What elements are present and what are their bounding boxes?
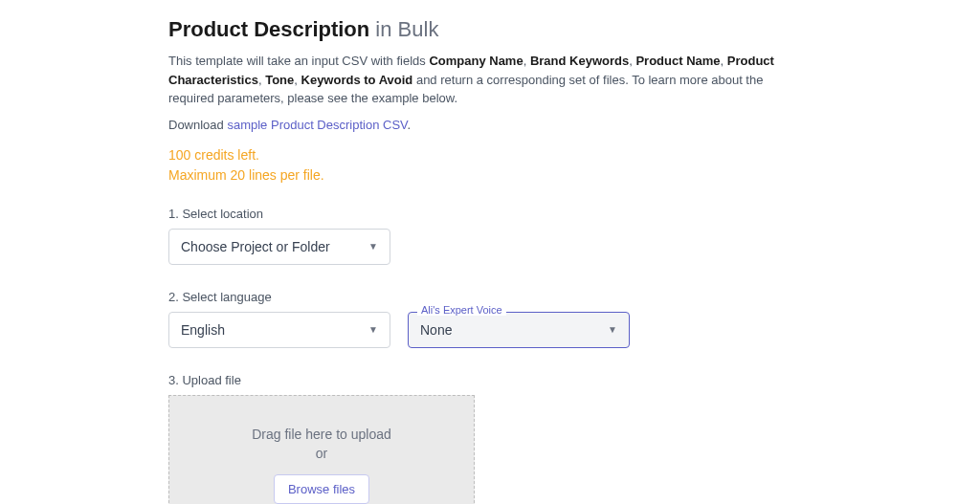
or-text: or <box>316 446 327 461</box>
max-lines: Maximum 20 lines per file. <box>168 165 813 186</box>
voice-floating-label: Ali's Expert Voice <box>417 304 506 316</box>
drag-text: Drag file here to upload <box>252 427 391 442</box>
location-select[interactable]: Choose Project or Folder ▼ <box>168 229 390 265</box>
chevron-down-icon: ▼ <box>368 241 378 252</box>
language-select-value: English <box>181 322 225 338</box>
title-suffix: in Bulk <box>369 17 438 41</box>
chevron-down-icon: ▼ <box>608 324 617 335</box>
credits-left: 100 credits left. <box>168 145 813 165</box>
page-title: Product Description in Bulk <box>168 17 813 42</box>
step-upload-label: 3. Upload file <box>168 373 813 387</box>
step-language-label: 2. Select language <box>168 290 813 304</box>
location-select-value: Choose Project or Folder <box>181 239 330 254</box>
template-description: This template will take an input CSV wit… <box>168 52 810 108</box>
language-select[interactable]: English ▼ <box>168 312 390 348</box>
browse-files-button[interactable]: Browse files <box>274 474 369 504</box>
title-main: Product Description <box>168 17 369 41</box>
download-line: Download sample Product Description CSV. <box>168 118 813 132</box>
credits-info: 100 credits left. Maximum 20 lines per f… <box>168 145 813 186</box>
step-location-label: 1. Select location <box>168 207 813 221</box>
chevron-down-icon: ▼ <box>368 324 378 335</box>
voice-select[interactable]: None ▼ <box>408 312 630 348</box>
voice-select-value: None <box>420 322 452 338</box>
file-dropzone[interactable]: Drag file here to upload or Browse files <box>168 395 475 505</box>
sample-csv-link[interactable]: sample Product Description CSV <box>227 118 407 132</box>
